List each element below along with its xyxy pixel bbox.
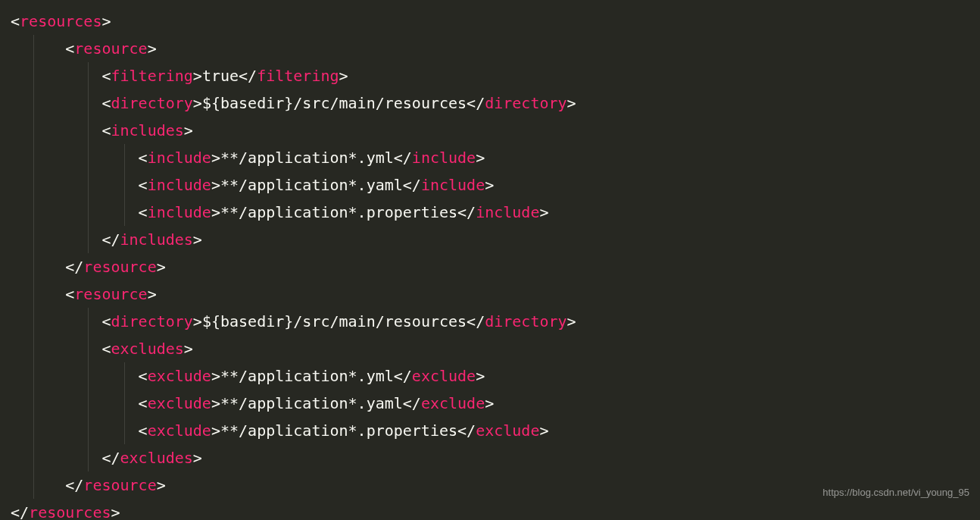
tag-include: include (148, 176, 211, 194)
code-line: <excludes> (11, 335, 980, 362)
tag-excludes: excludes (111, 340, 183, 358)
tag-resources-close: resources (29, 503, 111, 520)
tag-filtering-close: filtering (257, 67, 339, 85)
tag-filtering: filtering (111, 67, 192, 85)
include-value: **/application*.properties (220, 203, 457, 221)
tag-excludes-close: excludes (120, 449, 193, 467)
exclude-value: **/application*.yml (220, 367, 394, 385)
tag-include-close: include (476, 203, 539, 221)
tag-resource-close: resource (83, 258, 156, 276)
code-line: <directory>${basedir}/src/main/resources… (11, 89, 980, 117)
code-line: <resources> (11, 8, 980, 35)
code-line: <directory>${basedir}/src/main/resources… (11, 308, 980, 335)
include-value: **/application*.yml (220, 149, 394, 167)
code-line: <include>**/application*.properties</inc… (11, 199, 980, 226)
code-line: <resource> (11, 35, 980, 62)
tag-exclude-close: exclude (421, 394, 485, 412)
tag-resource-close: resource (83, 476, 156, 494)
code-line: <exclude>**/application*.yml</exclude> (11, 362, 980, 390)
tag-include: include (148, 203, 211, 221)
code-line: </includes> (11, 226, 980, 253)
code-line: <include>**/application*.yml</include> (11, 144, 980, 171)
tag-resource: resource (74, 39, 147, 58)
filtering-value: true (202, 67, 239, 85)
tag-directory-close: directory (485, 94, 566, 112)
tag-include-close: include (412, 149, 476, 167)
include-value: **/application*.yaml (220, 176, 403, 194)
tag-include: include (148, 149, 211, 167)
tag-includes-close: includes (120, 230, 193, 249)
tag-exclude: exclude (148, 394, 211, 412)
directory-value: ${basedir}/src/main/resources (202, 94, 467, 112)
tag-resource: resource (74, 285, 147, 303)
tag-directory: directory (111, 312, 192, 330)
code-line: <exclude>**/application*.properties</exc… (11, 417, 980, 444)
tag-include-close: include (421, 176, 485, 194)
tag-directory: directory (111, 94, 192, 112)
code-line: <include>**/application*.yaml</include> (11, 171, 980, 199)
code-line: <filtering>true</filtering> (11, 62, 980, 89)
tag-directory-close: directory (485, 312, 566, 330)
tag-exclude-close: exclude (412, 367, 476, 385)
directory-value: ${basedir}/src/main/resources (202, 312, 467, 330)
code-line: </excludes> (11, 444, 980, 471)
code-line: <resource> (11, 280, 980, 308)
tag-includes: includes (111, 121, 183, 139)
tag-exclude: exclude (148, 367, 211, 385)
code-line: <exclude>**/application*.yaml</exclude> (11, 390, 980, 417)
code-line: </resource> (11, 253, 980, 280)
exclude-value: **/application*.properties (220, 421, 457, 440)
tag-resources: resources (20, 12, 101, 30)
tag-exclude: exclude (148, 421, 211, 440)
exclude-value: **/application*.yaml (220, 394, 403, 412)
tag-exclude-close: exclude (476, 421, 539, 440)
watermark: https://blog.csdn.net/vi_young_95 (822, 479, 969, 506)
code-line: <includes> (11, 117, 980, 144)
code-block: <resources> <resource> <filtering>true</… (0, 8, 980, 520)
